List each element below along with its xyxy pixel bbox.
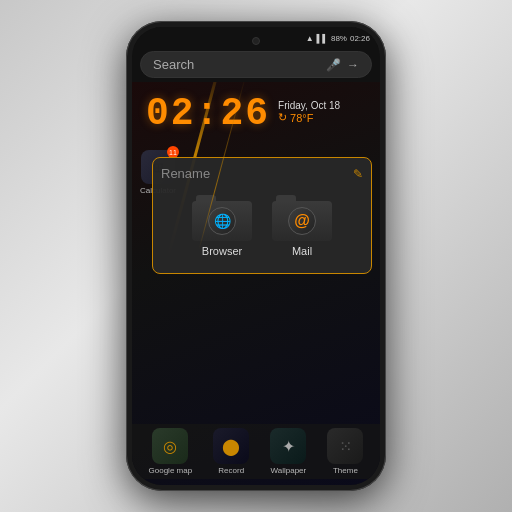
theme-symbol: ⁙ <box>339 437 352 456</box>
wallpaper-icon[interactable]: ✦ <box>270 428 306 464</box>
wallpaper-area: 02:26 Friday, Oct 18 ↻ 78°F ⊞ 11 Calcula… <box>132 82 380 485</box>
browser-folder-icon: 🌐 <box>192 195 252 241</box>
signal-icon: ▌▌ <box>317 34 328 43</box>
folder-rename-bar: Rename ✎ <box>161 166 363 181</box>
folder-popup: Rename ✎ 🌐 Br <box>152 157 372 274</box>
clock-date-weather: Friday, Oct 18 ↻ 78°F <box>278 100 340 124</box>
mail-badge: @ <box>288 207 316 235</box>
folder-body-browser: 🌐 <box>192 201 252 241</box>
browser-label: Browser <box>202 245 242 257</box>
wallpaper-symbol: ✦ <box>282 437 295 456</box>
search-placeholder: Search <box>153 57 320 72</box>
record-icon[interactable]: ⬤ <box>213 428 249 464</box>
status-icons: ▲ ▌▌ 88% 02:26 <box>306 34 370 43</box>
record-symbol: ⬤ <box>222 437 240 456</box>
clock-weather: ↻ 78°F <box>278 111 340 124</box>
phone-screen: ▲ ▌▌ 88% 02:26 Search 🎤 → 02:26 Friday, … <box>132 27 380 485</box>
rename-label: Rename <box>161 166 210 181</box>
camera-bump <box>252 37 260 45</box>
wifi-icon: ▲ <box>306 34 314 43</box>
clock-date: Friday, Oct 18 <box>278 100 340 111</box>
map-icon[interactable]: ◎ <box>152 428 188 464</box>
mail-folder-icon: @ <box>272 195 332 241</box>
phone-device: ▲ ▌▌ 88% 02:26 Search 🎤 → 02:26 Friday, … <box>126 21 386 491</box>
record-label: Record <box>218 466 244 475</box>
mic-icon[interactable]: 🎤 <box>326 58 341 72</box>
wallpaper-label: Wallpaper <box>270 466 306 475</box>
bottom-dock: ◎ Google map ⬤ Record ✦ Wallpaper <box>132 424 380 479</box>
at-icon: @ <box>294 212 310 230</box>
dock-google-map[interactable]: ◎ Google map <box>149 428 193 475</box>
weather-icon: ↻ <box>278 111 287 124</box>
search-arrow-icon[interactable]: → <box>347 58 359 72</box>
clock-status: 02:26 <box>350 34 370 43</box>
map-symbol: ◎ <box>163 437 177 456</box>
folder-app-browser[interactable]: 🌐 Browser <box>192 195 252 257</box>
folder-body-mail: @ <box>272 201 332 241</box>
dock-wallpaper[interactable]: ✦ Wallpaper <box>270 428 306 475</box>
mail-label: Mail <box>292 245 312 257</box>
theme-icon[interactable]: ⁙ <box>327 428 363 464</box>
clock-time: 02:26 <box>146 92 270 135</box>
search-bar[interactable]: Search 🎤 → <box>140 51 372 78</box>
battery-text: 88% <box>331 34 347 43</box>
dock-theme[interactable]: ⁙ Theme <box>327 428 363 475</box>
clock-area: 02:26 Friday, Oct 18 ↻ 78°F <box>146 92 340 135</box>
globe-icon: 🌐 <box>214 213 231 229</box>
map-label: Google map <box>149 466 193 475</box>
theme-label: Theme <box>333 466 358 475</box>
folder-app-mail[interactable]: @ Mail <box>272 195 332 257</box>
rename-edit-icon[interactable]: ✎ <box>353 167 363 181</box>
browser-badge: 🌐 <box>208 207 236 235</box>
folder-apps-row: 🌐 Browser @ <box>161 191 363 265</box>
weather-temp: 78°F <box>290 112 313 124</box>
dock-record[interactable]: ⬤ Record <box>213 428 249 475</box>
